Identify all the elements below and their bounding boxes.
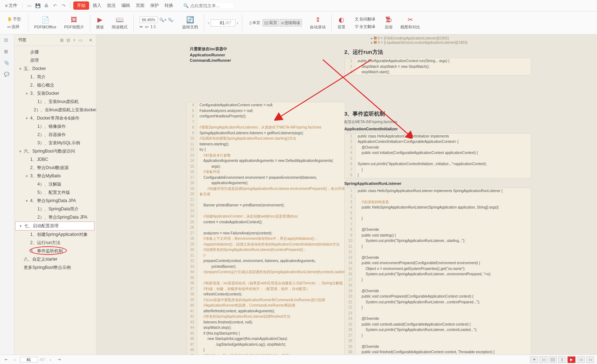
search-icon: 🔍 xyxy=(183,3,189,8)
background[interactable]: ◐背景 xyxy=(335,15,348,31)
zoom-in-icon[interactable]: 🔍+ xyxy=(159,18,166,22)
left-rail: ▤ ▦ 📎 💬 xyxy=(0,34,14,355)
bookmark-item[interactable]: 3）、安装MySQL示例 xyxy=(15,139,95,147)
view-mode-icon[interactable]: ▶ xyxy=(568,356,575,363)
bookmark-sidebar: 书签 ⊞ ⊟ + ▭ ✕ 步骤原理▼五、Docker1、简介2、核心概念▼3、安… xyxy=(14,34,96,355)
rotate-doc[interactable]: 🔄旋转文档 xyxy=(180,15,200,31)
zoom-out-icon[interactable]: 🔍- xyxy=(168,18,174,22)
fit-page-icon[interactable]: ▭ xyxy=(145,24,148,29)
collapse-all-icon[interactable]: ⊟ xyxy=(66,38,70,43)
page-indicator[interactable]: 81/87 xyxy=(211,19,235,27)
pdf-to-image[interactable]: 🖼PDF转图片 xyxy=(62,15,86,31)
tab-start[interactable]: 开始 xyxy=(73,1,89,10)
add-bookmark-icon[interactable]: + xyxy=(73,38,75,43)
note-text: SpringApplicationRunListener xyxy=(344,181,531,186)
bookmark-item[interactable]: 1、简介 xyxy=(15,73,95,81)
tab-protect[interactable]: 保护 xyxy=(148,2,161,9)
code-block: 1public class HelloSpringApplicationRunL… xyxy=(344,188,531,355)
view-mode-icon[interactable]: ▭ xyxy=(539,356,547,363)
open-icon[interactable]: ▭ xyxy=(26,2,33,9)
bookmark-item[interactable]: 2）、在linux虚拟机上安装docker xyxy=(15,106,95,114)
tab-convert[interactable]: 转换 xyxy=(162,2,175,9)
tab-edit[interactable]: 编辑 xyxy=(119,2,132,9)
bookmark-item[interactable]: ▼六、SpringBoot与数据访问 xyxy=(15,147,95,155)
double-page[interactable]: ▯▯ 双页 xyxy=(262,19,279,27)
bookmark-item[interactable]: 1）、安装linux虚拟机 xyxy=(15,98,95,106)
bookmark-item[interactable]: 原理 xyxy=(15,56,95,65)
bookmark-item[interactable]: 更多SpringBoot整合示例 xyxy=(15,263,95,272)
bookmark-item[interactable]: 2、整合Druid数据源 xyxy=(15,164,95,172)
bookmark-item[interactable]: 3、事件监听机制 xyxy=(15,247,95,255)
bookmark-item[interactable]: ▼4、Docker常用命令&操作 xyxy=(15,114,95,122)
tab-annotate[interactable]: 批注 xyxy=(105,2,118,9)
bookmark-tree: 步骤原理▼五、Docker1、简介2、核心概念▼3、安装Docker1）、安装l… xyxy=(14,46,96,355)
pdf-to-office[interactable]: 📄PDF转Office xyxy=(32,15,59,31)
actual-size-icon[interactable]: 1:1 xyxy=(151,24,156,29)
undo-icon[interactable]: ↶ xyxy=(51,2,59,9)
single-page[interactable]: ▯ 单页 xyxy=(248,19,262,27)
bookmark-item[interactable]: 八、自定义starter xyxy=(15,255,95,263)
bookmark-item[interactable]: 2）、容器操作 xyxy=(15,131,95,139)
bookmark-item[interactable]: 2、核心概念 xyxy=(15,81,95,89)
bookmarks-icon[interactable]: ▤ xyxy=(4,37,10,44)
save-icon[interactable]: 💾 xyxy=(34,2,41,9)
bookmark-item[interactable]: ▼五、Docker xyxy=(15,65,95,73)
bookmark-item[interactable]: 1、JDBC xyxy=(15,155,95,164)
section-heading: 2、运行run方法 xyxy=(344,49,531,56)
bookmark-item[interactable]: ▼七、启动配置原理 xyxy=(15,221,95,230)
compress[interactable]: 🗜压缩 xyxy=(382,15,395,31)
code-block: 1public class HelloApplicationContextIni… xyxy=(344,133,531,178)
comments-icon[interactable]: 💬 xyxy=(4,72,10,78)
view-mode-icon[interactable]: ▯▯ xyxy=(549,356,557,363)
sidebar-title: 书签 xyxy=(18,37,27,43)
bookmark-item[interactable]: 5）、配置文件版 xyxy=(15,188,95,197)
bookmark-item[interactable]: ▼3、整合MyBatis xyxy=(15,172,95,180)
hand-tool[interactable]: ✋ 手型 xyxy=(6,16,22,23)
screenshot-compare[interactable]: ✂截图和对比 xyxy=(398,15,422,31)
auto-scroll[interactable]: ⇕自动滚动 xyxy=(308,15,328,31)
expand-all-icon[interactable]: ⊞ xyxy=(60,38,64,43)
bookmark-item[interactable]: ▼4、整合SpringData JPA xyxy=(15,197,95,205)
next-page-icon[interactable]: › xyxy=(47,358,54,362)
bookmark-item[interactable]: 1、创建SpringApplication对象 xyxy=(15,230,95,239)
view-mode-icon[interactable]: ▯ xyxy=(558,356,566,363)
debug-tree-line: ▸ 8 = {FileEncodingApplicationListener@1… xyxy=(371,36,531,40)
file-menu[interactable]: ≡ 文件 xyxy=(3,2,19,9)
page-prev-icon[interactable]: ‹ xyxy=(208,20,209,25)
continuous-read[interactable]: ≡ 连续阅读 xyxy=(280,19,302,27)
print-icon[interactable]: 🖶 xyxy=(43,2,50,9)
read-mode[interactable]: 📖阅读模式 xyxy=(110,15,130,31)
last-page-icon[interactable]: ⇥ xyxy=(56,357,62,362)
bookmark-item[interactable]: 步骤 xyxy=(15,48,95,56)
menubar: ≡ 文件 ▭ 💾 🖶 ↶ ↷ 开始 插入 批注 编辑 页面 保护 转换 🔍 xyxy=(0,0,597,11)
redo-icon[interactable]: ↷ xyxy=(60,2,67,9)
view-mode-icon[interactable]: ☀ xyxy=(530,356,538,363)
bookmark-item[interactable]: 1）、SpringData简介 xyxy=(15,205,95,213)
thumbnails-icon[interactable]: ▦ xyxy=(4,49,10,55)
tab-page[interactable]: 页面 xyxy=(134,2,147,9)
play-button[interactable]: ▶播放 xyxy=(94,15,106,31)
view-mode-icon[interactable]: ▭ xyxy=(577,356,585,363)
bookmark-item[interactable]: 2）、整合SpringData JPA xyxy=(15,213,95,221)
bookmark-item[interactable]: ▼3、安装Docker xyxy=(15,89,95,98)
word-translate[interactable]: 文 划词翻译 xyxy=(353,16,377,23)
document-viewport[interactable]: 只需要放在ioc容器中 ApplicationRunner CommandLin… xyxy=(96,34,597,355)
select-tool[interactable]: ▭ 选择 xyxy=(6,23,21,30)
view-mode-icon[interactable]: ▭ xyxy=(586,356,594,363)
page-input[interactable] xyxy=(20,357,37,363)
bookmark-options-icon[interactable]: ▭ xyxy=(78,38,82,43)
prev-page-icon[interactable]: ‹ xyxy=(12,358,18,362)
search-input[interactable] xyxy=(190,3,233,8)
fit-width-icon[interactable]: ⇔ xyxy=(139,24,143,29)
status-bar: ⇤ ‹ /87 › ⇥ ☀ ▭ ▯▯ ▯ ▶ ▭ ▭ xyxy=(0,355,597,364)
bookmark-item[interactable]: 1）、镜像操作 xyxy=(15,122,95,131)
full-translate[interactable]: 字 全文翻译 xyxy=(353,23,377,30)
attach-icon[interactable]: 📎 xyxy=(4,60,10,67)
zoom-value[interactable]: 66.46% xyxy=(139,17,158,23)
page-next-icon[interactable]: › xyxy=(237,20,238,25)
bookmark-item[interactable]: 4）、注解版 xyxy=(15,180,95,188)
bookmark-item[interactable]: 2、运行run方法 xyxy=(15,239,95,247)
tab-insert[interactable]: 插入 xyxy=(91,2,104,9)
close-sidebar-icon[interactable]: ✕ xyxy=(89,38,92,43)
first-page-icon[interactable]: ⇤ xyxy=(3,357,9,362)
